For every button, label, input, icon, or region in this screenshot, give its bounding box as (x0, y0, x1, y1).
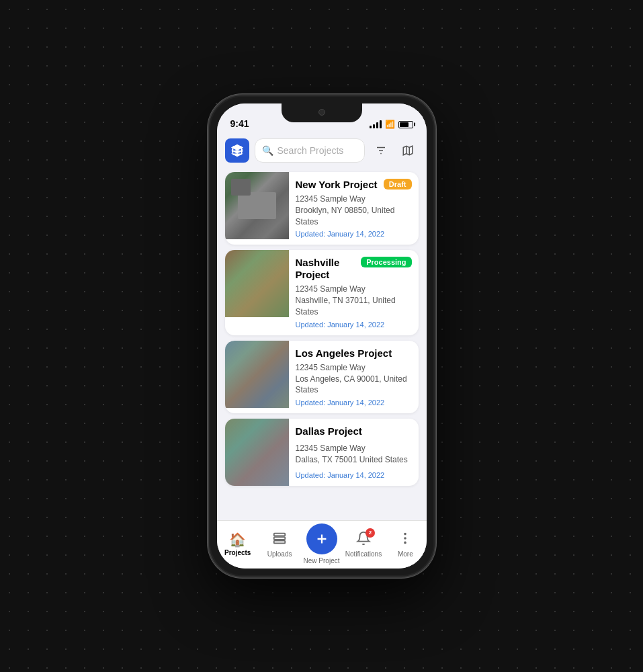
phone-screen: 9:41 📶 (217, 103, 427, 569)
nav-projects-label: Projects (224, 549, 251, 556)
svg-rect-10 (274, 533, 286, 536)
status-time: 9:41 (230, 118, 249, 129)
project-info: New York Project Draft 12345 Sample WayB… (289, 172, 419, 245)
phone-wrapper: 9:41 📶 (208, 94, 436, 578)
svg-rect-12 (274, 540, 286, 543)
home-icon: 🏠 (229, 532, 246, 548)
project-header: Los Angeles Project (296, 347, 412, 360)
project-image (225, 419, 289, 486)
wifi-icon: 📶 (385, 120, 395, 129)
project-updated: Updated: January 14, 2022 (296, 230, 412, 238)
bell-icon: 2 (356, 531, 371, 549)
project-list: New York Project Draft 12345 Sample WayB… (217, 169, 427, 520)
project-header: Dallas Project (296, 425, 412, 437)
svg-point-15 (404, 533, 406, 534)
more-icon (398, 531, 413, 549)
project-card[interactable]: Nashville Project Processing 12345 Sampl… (225, 250, 419, 335)
svg-point-16 (404, 538, 406, 539)
project-card[interactable]: Dallas Project 12345 Sample WayDallas, T… (225, 419, 419, 486)
search-placeholder: Search Projects (277, 145, 357, 156)
nav-more-label: More (398, 550, 413, 558)
project-address: 12345 Sample WayNashville, TN 37011, Uni… (296, 284, 412, 317)
phone-frame: 9:41 📶 (208, 94, 436, 578)
nav-more[interactable]: More (384, 527, 426, 558)
project-address: 12345 Sample WayLos Angeles, CA 90001, U… (296, 362, 412, 396)
map-icon (402, 144, 414, 157)
project-name: New York Project (296, 179, 384, 191)
project-info: Nashville Project Processing 12345 Sampl… (289, 250, 419, 335)
status-badge: Processing (361, 257, 411, 267)
battery-icon (398, 121, 413, 128)
project-info: Los Angeles Project 12345 Sample WayLos … (289, 341, 419, 413)
nav-notifications-label: Notifications (345, 550, 382, 558)
plus-icon (314, 532, 329, 546)
project-card[interactable]: New York Project Draft 12345 Sample WayB… (225, 172, 419, 245)
project-header: New York Project Draft (296, 179, 412, 191)
project-image (225, 341, 289, 408)
project-updated: Updated: January 14, 2022 (296, 471, 412, 479)
nav-uploads-label: Uploads (267, 550, 292, 558)
project-name: Dallas Project (296, 425, 412, 437)
filter-icon (375, 144, 387, 157)
bottom-nav: 🏠 Projects Uploads (217, 520, 427, 569)
svg-rect-11 (274, 537, 286, 540)
filter-button[interactable] (370, 140, 392, 161)
search-bar[interactable]: 🔍 Search Projects (255, 138, 365, 163)
project-address: 12345 Sample WayBrooklyn, NY 08850, Unit… (296, 194, 412, 227)
svg-marker-7 (403, 146, 413, 155)
project-info: Dallas Project 12345 Sample WayDallas, T… (289, 419, 419, 486)
project-updated: Updated: January 14, 2022 (296, 398, 412, 407)
project-image (225, 250, 289, 317)
nav-projects[interactable]: 🏠 Projects (217, 528, 259, 556)
new-project-button[interactable] (306, 523, 337, 554)
camera (318, 109, 325, 116)
nav-new-project[interactable]: New Project (300, 519, 342, 564)
signal-icon (370, 120, 382, 128)
nav-uploads[interactable]: Uploads (259, 527, 300, 558)
nav-new-project-label: New Project (304, 557, 340, 564)
search-icon: 🔍 (262, 145, 273, 156)
status-badge: Draft (384, 179, 412, 190)
uploads-icon (272, 531, 287, 549)
project-updated: Updated: January 14, 2022 (296, 321, 412, 329)
app-logo (225, 138, 249, 163)
project-name: Nashville Project (296, 257, 361, 281)
notification-count: 2 (366, 528, 375, 538)
project-card[interactable]: Los Angeles Project 12345 Sample WayLos … (225, 341, 419, 413)
app-logo-icon (230, 143, 245, 158)
svg-point-17 (404, 542, 406, 543)
nav-notifications[interactable]: 2 Notifications (343, 527, 384, 558)
project-name: Los Angeles Project (296, 347, 412, 360)
project-image (225, 172, 289, 239)
search-area: 🔍 Search Projects (217, 133, 427, 169)
status-icons: 📶 (370, 120, 413, 129)
project-address: 12345 Sample WayDallas, TX 75001 United … (296, 443, 412, 466)
map-button[interactable] (397, 140, 419, 161)
project-header: Nashville Project Processing (296, 257, 412, 281)
notch (282, 103, 362, 122)
